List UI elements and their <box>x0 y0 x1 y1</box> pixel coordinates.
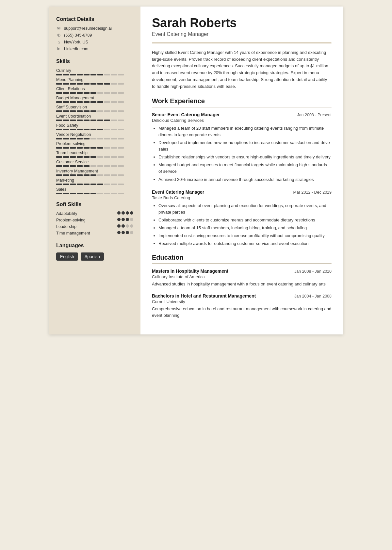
skill-row: Culinary <box>56 68 133 75</box>
skill-segment-filled <box>70 83 76 85</box>
job-title: Senior Event Catering Manager <box>152 112 220 117</box>
skill-segment-filled <box>70 92 76 94</box>
skill-segment-filled <box>56 101 62 103</box>
skill-name: Budget Management <box>56 96 133 100</box>
job-bullet: Established relationships with vendors t… <box>158 154 332 160</box>
skill-segment-empty <box>90 138 96 139</box>
skill-segment-filled <box>84 129 90 130</box>
skill-segment-filled <box>97 74 103 75</box>
skill-segment-empty <box>104 174 110 176</box>
skill-segment-empty <box>118 147 124 149</box>
job-bullet: Collaborated with clients to customize m… <box>158 217 332 223</box>
skill-segment-filled <box>84 174 90 176</box>
skill-segment-empty <box>118 83 124 85</box>
job-bullet: Managed budget and expenses to meet fina… <box>158 162 332 175</box>
job-bullet: Achieved 20% increase in annual revenue … <box>158 176 332 183</box>
candidate-name: Sarah Roberts <box>152 16 332 30</box>
skill-segment-filled <box>104 120 110 121</box>
skill-row: Client Relations <box>56 87 133 94</box>
skill-segment-filled <box>70 174 76 176</box>
soft-skills-list: AdaptabilityProblem-solvingLeadershipTim… <box>56 211 133 235</box>
skill-segment-filled <box>77 83 83 85</box>
skill-segment-filled <box>104 83 110 85</box>
skill-segment-filled <box>70 138 76 139</box>
skill-row: Sales <box>56 187 133 194</box>
skill-segment-filled <box>63 83 69 85</box>
contact-text: support@resumedesign.ai <box>64 26 112 31</box>
edu-dates: Jan 2008 - Jan 2010 <box>294 269 332 274</box>
skill-segment-empty <box>104 92 110 94</box>
skill-segment-filled <box>56 129 62 130</box>
skill-row: Staff Supervision <box>56 105 133 112</box>
job-block: Senior Event Catering ManagerJan 2008 - … <box>152 112 332 183</box>
job-bullet: Managed a team of 15 staff members, incl… <box>158 225 332 231</box>
skill-segment-filled <box>56 193 62 194</box>
skill-segment-filled <box>84 74 90 75</box>
skill-segment-filled <box>63 147 69 149</box>
skill-segment-empty <box>118 120 124 121</box>
language-badge: Spanish <box>81 252 104 261</box>
skill-segment-filled <box>56 147 62 149</box>
edu-block: Bachelors in Hotel and Restaurant Manage… <box>152 293 332 319</box>
skill-segment-filled <box>56 120 62 121</box>
skill-row: Problem-solving <box>56 141 133 149</box>
edu-description: Advanced studies in hospitality manageme… <box>152 281 332 287</box>
skill-segment-filled <box>63 110 69 112</box>
language-badge: English <box>56 252 78 261</box>
skill-segment-filled <box>84 83 90 85</box>
job-bullet: Managed a team of 20 staff members in ex… <box>158 125 332 138</box>
skill-segment-empty <box>111 174 117 176</box>
soft-skill-dots <box>117 224 133 228</box>
job-bullet: Oversaw all aspects of event planning an… <box>158 202 332 216</box>
skill-bar <box>56 74 133 75</box>
education-list: Masters in Hospitality ManagementJan 200… <box>152 268 332 319</box>
skill-segment-filled <box>77 165 83 167</box>
skill-segment-empty <box>97 92 103 94</box>
skill-row: Event Coordination <box>56 114 133 121</box>
edu-dates: Jan 2004 - Jan 2008 <box>294 294 332 299</box>
skill-segment-filled <box>97 184 103 185</box>
skill-bar <box>56 92 133 94</box>
skill-segment-filled <box>56 184 62 185</box>
contact-item: ✆(555) 345-6789 <box>56 33 133 38</box>
skill-row: Marketing <box>56 178 133 185</box>
skill-row: Vendor Negotiation <box>56 132 133 139</box>
skill-name: Vendor Negotiation <box>56 132 133 137</box>
skill-segment-empty <box>111 120 117 121</box>
job-title: Event Catering Manager <box>152 189 204 195</box>
soft-skill-name: Adaptability <box>56 211 117 216</box>
skill-segment-filled <box>70 120 76 121</box>
skill-segment-filled <box>70 193 76 194</box>
accent-line <box>152 42 332 43</box>
skill-bar <box>56 193 133 194</box>
skill-segment-empty <box>97 138 103 139</box>
soft-skill-name: Time management <box>56 231 117 235</box>
languages-title: Languages <box>56 243 133 249</box>
skill-row: Customer Service <box>56 160 133 167</box>
skill-segment-empty <box>118 92 124 94</box>
contact-text: LinkedIn.com <box>64 47 88 51</box>
contact-list: ✉support@resumedesign.ai✆(555) 345-6789⌂… <box>56 26 133 51</box>
work-experience-divider <box>152 107 332 107</box>
job-bullet: Developed and implemented new menu optio… <box>158 139 332 153</box>
contact-icon: in <box>56 47 61 51</box>
skill-segment-empty <box>104 165 110 167</box>
job-dates: Jan 2008 - Present <box>297 113 332 117</box>
contact-icon: ✉ <box>56 26 61 31</box>
skills-title: Skills <box>56 58 133 64</box>
skill-segment-filled <box>90 193 96 194</box>
skill-segment-filled <box>77 184 83 185</box>
skill-segment-filled <box>84 156 90 158</box>
skill-segment-empty <box>104 147 110 149</box>
skill-segment-filled <box>77 156 83 158</box>
skill-segment-empty <box>111 147 117 149</box>
skill-segment-empty <box>97 193 103 194</box>
skill-segment-filled <box>56 138 62 139</box>
skill-segment-filled <box>90 101 96 103</box>
dot-filled <box>122 218 125 221</box>
skill-segment-filled <box>90 74 96 75</box>
skill-bar <box>56 101 133 103</box>
skill-segment-empty <box>97 156 103 158</box>
skill-name: Food Safety <box>56 123 133 128</box>
skill-segment-filled <box>63 193 69 194</box>
